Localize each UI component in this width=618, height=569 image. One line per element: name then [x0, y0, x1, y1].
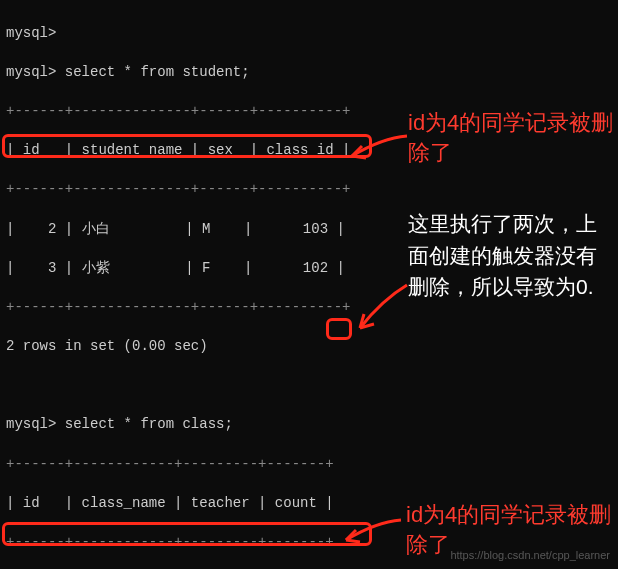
mysql-prompt-student[interactable]: mysql> select * from student; [6, 63, 612, 83]
mysql-prompt-empty[interactable]: mysql> [6, 24, 612, 44]
student-footer: 2 rows in set (0.00 sec) [6, 337, 612, 357]
class-sep-top: +------+------------+---------+-------+ [6, 455, 612, 475]
arrow-to-grade-box [336, 512, 406, 552]
watermark-text: https://blog.csdn.net/cpp_learner [450, 548, 610, 563]
arrow-to-class-count [352, 280, 412, 340]
annotation-student-deleted: id为4的同学记录被删除了 [408, 108, 618, 167]
annotation-executed-twice: 这里执行了两次，上面创建的触发器没有删除，所以导致为0. [408, 208, 608, 303]
highlight-box-student-deleted [2, 134, 372, 158]
highlight-box-grade-deleted [2, 522, 372, 546]
highlight-box-class-count-zero [326, 318, 352, 340]
mysql-prompt-class[interactable]: mysql> select * from class; [6, 415, 612, 435]
student-sep-mid: +------+--------------+------+----------… [6, 180, 612, 200]
arrow-to-student-box [342, 128, 412, 168]
